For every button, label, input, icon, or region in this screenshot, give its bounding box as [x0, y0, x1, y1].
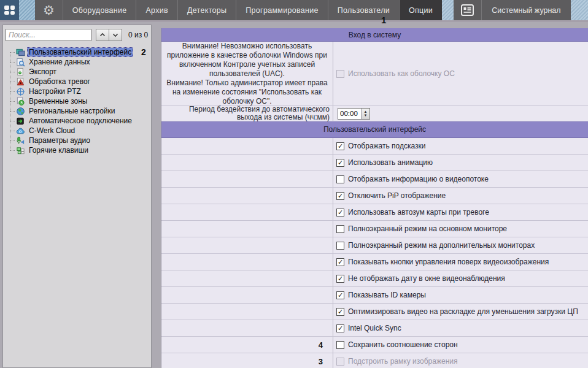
option-checkbox[interactable]: ✓Отключить PiP отображение	[336, 191, 446, 200]
tab-users[interactable]: Пользователи	[328, 0, 399, 20]
settings-menu-button[interactable]: ⚙	[35, 0, 63, 20]
checkbox-box	[336, 341, 344, 349]
option-row-spacer	[161, 320, 333, 336]
option-row-spacer	[161, 188, 333, 204]
checkbox-label: Не отображать дату в окне видеонаблюдени…	[348, 274, 505, 283]
tab-options[interactable]: Опции	[400, 0, 442, 20]
tab-equipment[interactable]: Оборудование	[63, 0, 136, 20]
sidebar-item-user-interface[interactable]: Пользовательский интерфейс	[3, 47, 151, 57]
checkbox-box	[336, 70, 344, 78]
alarm-icon	[16, 77, 25, 86]
checkbox-label: Использовать как оболочку ОС	[348, 69, 455, 78]
system-journal-button[interactable]: Системный журнал	[454, 0, 570, 20]
sidebar-item-label: Пользовательский интерфейс	[28, 48, 133, 56]
checkbox-box	[336, 358, 344, 366]
sidebar-item-audio-settings[interactable]: Параметры аудио	[3, 136, 151, 145]
option-row: ✓Не отображать дату в окне видеонаблюден…	[161, 270, 588, 287]
autoconnect-icon	[16, 117, 25, 126]
tab-programming[interactable]: Программирование	[236, 0, 328, 20]
option-checkbox[interactable]: ✓Отображать подсказки	[336, 142, 426, 150]
option-row-spacer	[161, 204, 333, 220]
layout-grid-button[interactable]	[0, 0, 19, 20]
sidebar-item-label: C-Werk Cloud	[28, 126, 76, 135]
tree-connector	[10, 101, 15, 102]
ui-section-header: Пользовательский интерфейс	[161, 121, 588, 138]
option-row: 3Подстроить рамку изображения	[161, 353, 588, 368]
storage-icon	[16, 58, 25, 67]
sidebar-item-label: Экспорт	[28, 67, 58, 76]
option-checkbox[interactable]: Полноэкранный режим на дополнительных мо…	[336, 241, 535, 250]
checkbox-label: Отключить PiP отображение	[348, 191, 446, 200]
idle-period-value[interactable]: 00:00	[338, 109, 361, 119]
tree-connector	[10, 111, 15, 112]
idle-period-spinner[interactable]: 00:00 ▲▼	[338, 108, 370, 120]
gear-icon: ⚙	[43, 4, 55, 17]
option-checkbox[interactable]: Сохранить соотношение сторон	[336, 340, 458, 349]
option-row: ✓Использовать автозум карты при тревоге	[161, 204, 588, 221]
journal-icon	[454, 0, 481, 20]
option-checkbox[interactable]: Подстроить рамку изображения	[336, 357, 457, 366]
tab-detectors[interactable]: Детекторы	[178, 0, 236, 20]
option-checkbox[interactable]: ✓Использовать анимацию	[336, 158, 433, 167]
option-checkbox[interactable]: ✓Показывать ID камеры	[336, 291, 426, 299]
screen-thumbnail-button[interactable]	[19, 0, 35, 20]
option-checkbox[interactable]: ✓Не отображать дату в окне видеонаблюден…	[336, 274, 505, 283]
sidebar-item-export[interactable]: Экспорт	[3, 67, 151, 77]
checkbox-box	[336, 175, 344, 183]
shell-warning-text: Внимание! Невозможно использовать прилож…	[161, 42, 333, 105]
sidebar-item-alarm-processing[interactable]: Обработка тревог	[3, 77, 151, 86]
topbar-filler	[571, 0, 588, 20]
search-next-button[interactable]	[109, 29, 122, 41]
option-row: ✓Использовать анимацию	[161, 155, 588, 171]
search-prev-button[interactable]	[96, 29, 109, 41]
checkbox-box: ✓	[336, 209, 344, 217]
sidebar-item-regional-settings[interactable]: Региональные настройки	[3, 106, 151, 116]
tree-connector	[10, 82, 15, 82]
option-row-spacer	[161, 171, 333, 187]
use-as-os-shell-checkbox[interactable]: Использовать как оболочку ОС	[336, 69, 455, 78]
sidebar-item-label: Обработка тревог	[28, 77, 91, 86]
checkbox-box: ✓	[336, 308, 344, 316]
sidebar-item-cwerk-cloud[interactable]: C-Werk Cloud	[3, 126, 151, 136]
sidebar-item-hotkeys[interactable]: Горячие клавиши	[3, 145, 151, 155]
option-row: Полноэкранный режим на дополнительных мо…	[161, 237, 588, 254]
option-row-spacer	[161, 155, 333, 171]
checkbox-box: ✓	[336, 324, 344, 332]
audio-icon	[16, 136, 25, 145]
checkbox-label: Intel Quick Sync	[348, 324, 401, 332]
option-checkbox[interactable]: Отображать информацию о видеопотоке	[336, 175, 489, 183]
search-row: 0 из 0	[3, 25, 151, 42]
option-checkbox[interactable]: ✓Оптимизировать видео на раскладке для у…	[336, 307, 578, 316]
callout-2: 2	[141, 47, 146, 57]
tree-connector	[10, 72, 15, 72]
export-icon	[16, 67, 25, 77]
sidebar-item-label: Настройки PTZ	[28, 87, 82, 96]
option-row: ✓Показывать кнопки управления поверх вид…	[161, 254, 588, 270]
sidebar-item-data-storage[interactable]: Хранение данных	[3, 57, 151, 67]
option-row: ✓Отключить PiP отображение	[161, 188, 588, 204]
option-checkbox[interactable]: ✓Показывать кнопки управления поверх вид…	[336, 258, 549, 266]
checkbox-label: Использовать автозум карты при тревоге	[348, 208, 489, 217]
spinner-arrows-icon[interactable]: ▲▼	[361, 109, 369, 119]
sidebar-item-ptz-settings[interactable]: Настройки PTZ	[3, 86, 151, 96]
tab-archive[interactable]: Архив	[136, 0, 177, 20]
search-input[interactable]	[6, 29, 91, 41]
option-checkbox[interactable]: ✓Intel Quick Sync	[336, 324, 401, 332]
option-row: ✓Отображать подсказки	[161, 138, 588, 155]
tree-connector	[10, 91, 15, 92]
sidebar-item-time-zones[interactable]: Временные зоны	[3, 96, 151, 106]
checkbox-label: Отображать информацию о видеопотоке	[348, 175, 489, 183]
option-row-spacer	[161, 287, 333, 303]
sidebar-item-label: Автоматическое подключение	[28, 117, 133, 125]
checkbox-label: Оптимизировать видео на раскладке для ум…	[348, 307, 578, 316]
user-interface-icon	[16, 48, 25, 57]
callout-3: 3	[161, 353, 333, 368]
sidebar-item-label: Региональные настройки	[28, 107, 117, 115]
topbar: ⚙ ОборудованиеАрхивДетекторыПрограммиров…	[0, 0, 588, 22]
checkbox-box: ✓	[336, 275, 344, 283]
option-checkbox[interactable]: ✓Использовать автозум карты при тревоге	[336, 208, 489, 217]
checkbox-box	[336, 225, 344, 233]
sidebar-item-auto-connection[interactable]: Автоматическое подключение	[3, 116, 151, 126]
option-checkbox[interactable]: Полноэкранный режим на основном мониторе	[336, 224, 507, 233]
ui-options-rows: ✓Отображать подсказки✓Использовать анима…	[161, 138, 588, 368]
